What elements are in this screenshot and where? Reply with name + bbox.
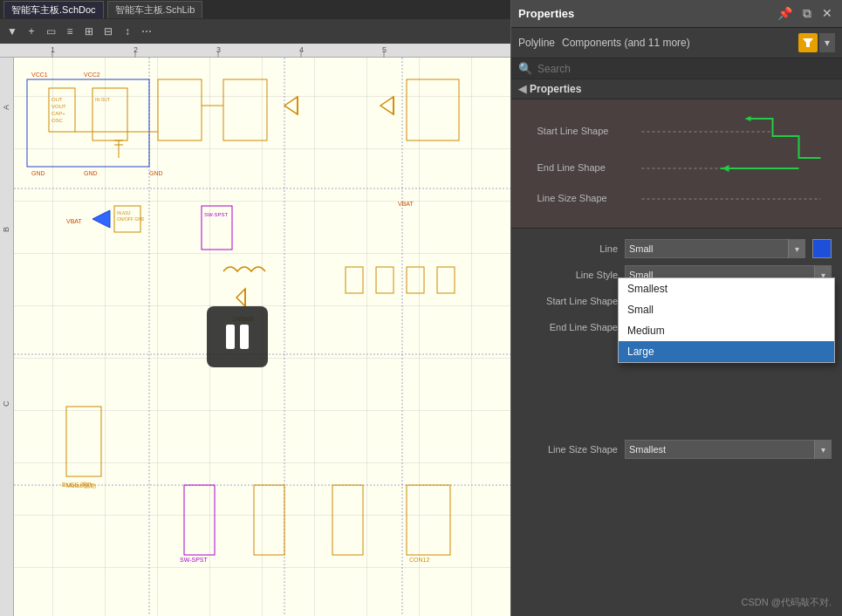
- svg-text:VCC1: VCC1: [31, 72, 48, 78]
- end-line-shape-dropdown: Smallest Small Medium Large: [618, 277, 835, 363]
- tab-bar: 智能车主板.SchDoc 智能车主板.SchLib: [0, 0, 510, 19]
- shape-preview-area: Start Line Shape End Line Shape Line Siz…: [511, 99, 842, 229]
- panel-header-left: Polyline Components (and 11 more): [518, 37, 690, 49]
- svg-text:OUT: OUT: [51, 97, 63, 102]
- dropdown-item-large[interactable]: Large: [619, 341, 834, 362]
- dropdown-item-small[interactable]: Small: [619, 299, 834, 320]
- svg-text:IN  ADJ: IN ADJ: [117, 210, 131, 216]
- svg-text:CON12: CON12: [409, 557, 429, 563]
- svg-text:B: B: [2, 227, 10, 232]
- filter-button[interactable]: [798, 33, 818, 52]
- panel-close-btn[interactable]: ✕: [819, 6, 835, 21]
- svg-rect-54: [184, 485, 215, 555]
- svg-text:VBAT: VBAT: [398, 201, 414, 207]
- panel-title-controls: 📌 ⧉ ✕: [775, 6, 835, 21]
- line-select-wrapper: Small ▾: [625, 239, 805, 258]
- toolbar-more-icon[interactable]: ⋯: [138, 23, 155, 40]
- form-area: Line Small ▾ Line Style Small: [511, 229, 842, 469]
- toolbar-dist-icon[interactable]: ⊟: [99, 23, 117, 40]
- left-ruler: A B C: [0, 58, 14, 616]
- toolbar-space-icon[interactable]: ⊞: [80, 23, 98, 40]
- tab-schlib[interactable]: 智能车主板.SchLib: [107, 1, 203, 18]
- line-size-shape-label: Line Size Shape: [522, 444, 618, 455]
- svg-rect-64: [376, 267, 394, 293]
- svg-text:OSC: OSC: [51, 118, 64, 123]
- canvas-inner: VCC1 VCC2 OUT VOUT CAP+ OSC IN OUT VBAT …: [14, 58, 510, 616]
- svg-text:1: 1: [51, 45, 55, 54]
- svg-text:CAP+: CAP+: [51, 111, 65, 116]
- svg-rect-35: [223, 79, 267, 140]
- search-input[interactable]: [537, 63, 835, 75]
- pause-icon: [226, 325, 249, 349]
- line-size-shape-select[interactable]: Smallest: [625, 440, 832, 459]
- svg-text:Start Line Shape: Start Line Shape: [537, 126, 609, 136]
- toolbar-rect-icon[interactable]: ▭: [42, 23, 59, 40]
- section-title: Properties: [530, 83, 581, 95]
- search-icon: 🔍: [518, 62, 532, 75]
- svg-rect-34: [158, 79, 202, 140]
- svg-rect-63: [346, 267, 363, 293]
- svg-text:A: A: [2, 105, 10, 110]
- svg-text:Motor 驱动: Motor 驱动: [66, 483, 96, 489]
- svg-text:IN    OUT: IN OUT: [95, 97, 110, 102]
- svg-text:End Line Shape: End Line Shape: [537, 162, 606, 173]
- search-bar: 🔍: [511, 58, 842, 79]
- panel-title: Properties: [518, 7, 574, 20]
- svg-rect-66: [437, 267, 455, 293]
- svg-text:GND: GND: [149, 170, 163, 176]
- svg-marker-36: [284, 97, 298, 114]
- svg-rect-27: [92, 88, 127, 140]
- top-ruler: 1 2 3 4 5: [0, 44, 510, 58]
- svg-marker-29: [92, 210, 110, 228]
- svg-text:GND: GND: [31, 170, 45, 176]
- properties-section: ◀ Properties Start Line Shape End Line S…: [511, 79, 842, 616]
- section-collapse-icon[interactable]: ◀: [518, 83, 526, 95]
- svg-text:4: 4: [299, 45, 304, 54]
- svg-text:VBAT: VBAT: [66, 218, 82, 224]
- tab-schdoc[interactable]: 智能车主板.SchDoc: [3, 1, 104, 18]
- toolbar-align-icon[interactable]: ≡: [61, 23, 79, 40]
- svg-marker-71: [745, 116, 751, 121]
- line-color-swatch[interactable]: [812, 239, 832, 258]
- start-line-shape-label: Start Line Shape: [522, 296, 618, 306]
- line-style-label: Line Style: [522, 270, 618, 280]
- svg-text:2: 2: [133, 45, 138, 54]
- svg-marker-68: [803, 38, 813, 47]
- panel-pin-btn[interactable]: 📌: [775, 6, 795, 21]
- schematic-canvas: 1 2 3 4 5 A B C: [0, 44, 510, 616]
- svg-text:3: 3: [216, 45, 221, 54]
- line-size-shape-row: Line Size Shape Smallest ▾: [511, 436, 842, 462]
- line-size-shape-select-wrapper: Smallest ▾: [625, 440, 832, 459]
- line-label: Line: [522, 243, 618, 254]
- svg-text:5: 5: [382, 45, 387, 54]
- toolbar-add-icon[interactable]: +: [23, 23, 40, 40]
- svg-text:Line Size Shape: Line Size Shape: [537, 193, 607, 203]
- filter-icon: [802, 37, 814, 49]
- line-select[interactable]: Small: [625, 239, 805, 258]
- dropdown-item-smallest[interactable]: Smallest: [619, 278, 834, 299]
- svg-marker-39: [380, 97, 394, 114]
- end-line-shape-label: End Line Shape: [522, 322, 618, 332]
- toolbar-filter-icon[interactable]: ▼: [3, 23, 21, 40]
- schematic-area: 智能车主板.SchDoc 智能车主板.SchLib ▼ + ▭ ≡ ⊞ ⊟ ↕ …: [0, 0, 510, 616]
- header-dropdown-btn[interactable]: ▾: [819, 33, 835, 52]
- pause-overlay[interactable]: [207, 306, 268, 367]
- panel-header: Polyline Components (and 11 more) ▾: [511, 28, 842, 58]
- panel-title-bar: Properties 📌 ⧉ ✕: [511, 0, 842, 28]
- svg-rect-38: [407, 79, 459, 140]
- watermark: CSDN @代码敲不对.: [742, 596, 832, 609]
- shape-preview-svg: Start Line Shape End Line Shape Line Siz…: [525, 110, 828, 215]
- properties-panel: Properties 📌 ⧉ ✕ Polyline Components (an…: [510, 0, 842, 616]
- svg-marker-75: [722, 165, 729, 172]
- schematic-toolbar: ▼ + ▭ ≡ ⊞ ⊟ ↕ ⋯: [0, 19, 510, 44]
- panel-float-btn[interactable]: ⧉: [800, 6, 814, 21]
- polyline-label: Polyline: [518, 37, 555, 49]
- section-header: ◀ Properties: [511, 79, 842, 99]
- svg-rect-22: [49, 88, 75, 132]
- svg-rect-65: [407, 267, 424, 293]
- svg-text:VOUT: VOUT: [51, 104, 66, 109]
- svg-text:VCC2: VCC2: [84, 72, 100, 78]
- svg-text:SW-SPST: SW-SPST: [204, 212, 229, 217]
- toolbar-pin-icon[interactable]: ↕: [119, 23, 136, 40]
- dropdown-item-medium[interactable]: Medium: [619, 320, 834, 341]
